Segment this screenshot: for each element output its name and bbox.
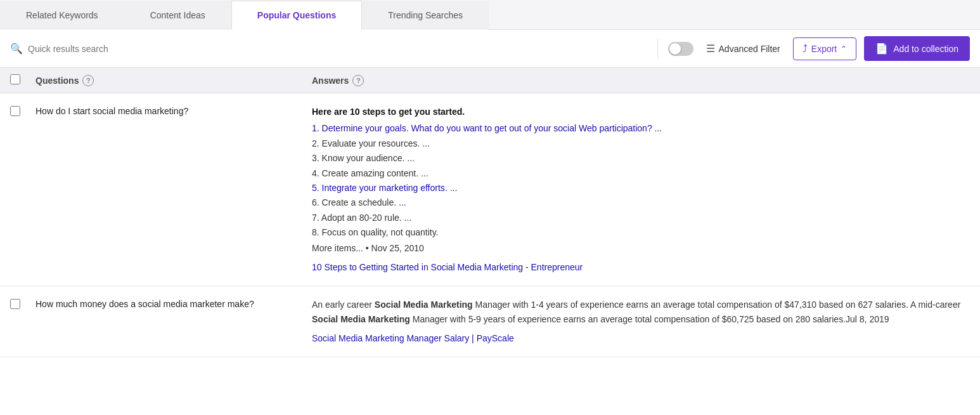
list-item: 5. Integrate your marketing efforts. ...	[312, 181, 970, 195]
divider	[657, 39, 658, 59]
export-button[interactable]: ⤴ Export ⌃	[793, 37, 856, 60]
row-checkbox[interactable]	[10, 106, 20, 116]
answer-cell: An early career Social Media Marketing M…	[312, 298, 970, 345]
export-icon: ⤴	[803, 43, 808, 55]
column-header-answers: Answers ?	[312, 75, 970, 86]
answers-help-icon[interactable]: ?	[352, 75, 364, 86]
row-checkbox-wrap[interactable]	[10, 105, 25, 118]
advanced-filter-button[interactable]: ☰ Advanced Filter	[701, 39, 785, 58]
search-input[interactable]	[28, 44, 647, 54]
question-cell: How do I start social media marketing?	[35, 105, 302, 118]
add-to-collection-button[interactable]: 📄 Add to collection	[864, 36, 970, 61]
list-item: 2. Evaluate your resources. ...	[312, 136, 970, 150]
list-item: 6. Create a schedule. ...	[312, 195, 970, 209]
list-item: 7. Adopt an 80-20 rule. ...	[312, 211, 970, 225]
tab-bar: Related Keywords Content Ideas Popular Q…	[0, 0, 980, 30]
list-item: 1. Determine your goals. What do you wan…	[312, 121, 970, 135]
questions-help-icon[interactable]: ?	[82, 75, 94, 86]
toolbar: 🔍 ☰ Advanced Filter ⤴ Export ⌃ 📄 Add to …	[0, 30, 980, 68]
list-item: 4. Create amazing content. ...	[312, 166, 970, 180]
tab-related-keywords[interactable]: Related Keywords	[0, 1, 124, 30]
table-header: Questions ? Answers ?	[0, 68, 980, 93]
add-collection-icon: 📄	[875, 43, 888, 55]
toggle[interactable]	[668, 42, 693, 56]
answer-cell: Here are 10 steps to get you started. 1.…	[312, 105, 970, 274]
answer-title: Here are 10 steps to get you started.	[312, 105, 970, 119]
list-item: 8. Focus on quality, not quantity.	[312, 225, 970, 239]
row-checkbox-wrap[interactable]	[10, 298, 25, 311]
toggle-knob	[669, 43, 681, 55]
list-item: 3. Know your audience. ...	[312, 151, 970, 165]
question-cell: How much money does a social media marke…	[35, 298, 302, 311]
select-all-checkbox[interactable]	[10, 74, 20, 84]
column-header-questions: Questions ?	[35, 75, 302, 86]
tab-popular-questions[interactable]: Popular Questions	[231, 1, 362, 30]
filter-icon: ☰	[706, 43, 715, 55]
search-icon: 🔍	[10, 43, 23, 55]
tab-content-ideas[interactable]: Content Ideas	[124, 1, 231, 30]
table-row: How much money does a social media marke…	[0, 286, 980, 357]
header-checkbox-wrap[interactable]	[10, 74, 25, 86]
search-wrap: 🔍	[10, 43, 647, 55]
table-row: How do I start social media marketing? H…	[0, 93, 980, 286]
chevron-down-icon: ⌃	[841, 44, 847, 53]
answer-link[interactable]: Social Media Marketing Manager Salary | …	[312, 331, 970, 345]
answer-link[interactable]: 10 Steps to Getting Started in Social Me…	[312, 260, 970, 274]
toggle-wrap[interactable]	[668, 42, 693, 56]
tab-trending-searches[interactable]: Trending Searches	[362, 1, 489, 30]
answer-meta: More items... • Nov 25, 2010	[312, 241, 970, 255]
row-checkbox[interactable]	[10, 299, 20, 309]
answer-list: 1. Determine your goals. What do you wan…	[312, 121, 970, 239]
